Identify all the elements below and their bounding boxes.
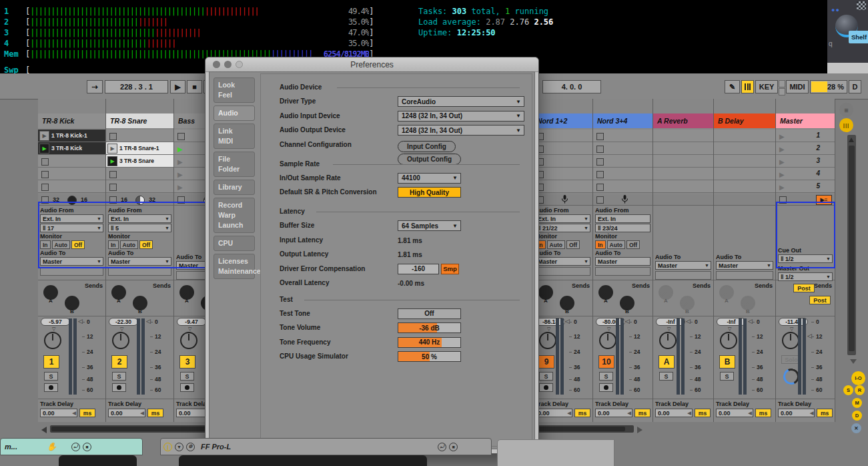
clip-1-tr-8-snare-1[interactable]: ▶1 TR-8 Snare-1	[106, 142, 173, 154]
hscroll-right-arrow[interactable]	[637, 427, 642, 433]
clip-slot[interactable]	[593, 142, 653, 155]
back-to-arrangement-button[interactable]: ▶≡	[816, 195, 832, 205]
pan-knob[interactable]	[599, 332, 616, 349]
clip-launch-button[interactable]: ▶	[39, 144, 49, 154]
field-test-tone[interactable]: Off	[398, 308, 461, 319]
clip-slot[interactable]	[653, 155, 713, 168]
track-header-nord-1-2[interactable]: Nord 1+2	[533, 113, 592, 128]
track-activator[interactable]: 9	[538, 355, 554, 369]
tab-record-warp-launch[interactable]: RecordWarpLaunch	[213, 198, 255, 233]
stop-button[interactable]	[779, 196, 787, 204]
arm-button[interactable]	[44, 383, 58, 392]
track-activator[interactable]: 1	[43, 355, 59, 369]
session-view-toggle[interactable]: |||	[839, 118, 853, 132]
play-button[interactable]: ▶	[170, 80, 185, 93]
volume-value[interactable]: -5.97	[41, 318, 70, 326]
clip-stop-button[interactable]	[596, 171, 604, 178]
monitor-off[interactable]: Off	[71, 240, 85, 249]
delay-unit-toggle[interactable]: ms	[574, 409, 590, 417]
track-delay-field[interactable]: 0.00◀	[535, 409, 572, 417]
pan-knob[interactable]	[659, 332, 677, 349]
arm-button[interactable]	[599, 383, 613, 392]
clip-stop-button[interactable]	[41, 171, 49, 178]
hot-swap-icon[interactable]: ⤾	[71, 443, 80, 451]
toggle-[interactable]: ✕	[851, 423, 861, 433]
track-activator[interactable]: 10	[598, 355, 614, 369]
clip-stop-button[interactable]	[596, 158, 604, 166]
scroll-up-arrow[interactable]	[849, 138, 854, 142]
clip-stop-button[interactable]	[109, 133, 117, 140]
pan-knob[interactable]	[180, 332, 197, 349]
solo-button[interactable]: S	[112, 372, 126, 381]
draw-mode-button[interactable]: ✎	[725, 80, 740, 93]
clip-slot[interactable]	[653, 142, 713, 155]
delay-unit-toggle[interactable]: ms	[147, 409, 163, 417]
cue-out-dropdown[interactable]: ‖ 1/2▼	[778, 254, 833, 263]
clip-slot[interactable]	[533, 180, 592, 193]
clip-launch-button[interactable]: ▶	[107, 156, 117, 166]
audio-to-dropdown[interactable]: Master▼	[535, 257, 590, 266]
scroll-down-arrow[interactable]	[850, 359, 857, 364]
input-channel-dropdown[interactable]: ‖ 21/22▼	[535, 224, 590, 232]
input-channel-dropdown[interactable]: ‖ 23/24	[595, 224, 650, 232]
audio-from-dropdown[interactable]: Ext. In▼	[535, 214, 590, 223]
track-delay-field[interactable]: 0.00◀	[778, 409, 815, 417]
clip-slot[interactable]	[106, 130, 173, 142]
solo-button[interactable]: S	[180, 372, 194, 381]
send-post-toggle[interactable]: Post	[793, 284, 815, 292]
input-channel-dropdown[interactable]: ‖ 5▼	[108, 224, 171, 232]
loop-length-display[interactable]: 4. 0. 0	[542, 80, 601, 93]
stop-button[interactable]	[177, 196, 185, 204]
clip-3-tr-8-snare[interactable]: ▶3 TR-8 Snare	[106, 155, 173, 167]
computer-midi-keyboard-button[interactable]	[741, 80, 754, 93]
clip-slot[interactable]: ▶1 TR-8 Snare-1	[106, 142, 173, 155]
track-delay-field[interactable]: 0.00◀	[595, 409, 632, 417]
clip-1-tr-8-kick-1[interactable]: ▶1 TR-8 Kick-1	[38, 130, 105, 142]
clip-slot[interactable]	[593, 180, 653, 193]
track-activator[interactable]: 2	[111, 355, 127, 369]
solo-button[interactable]: S	[720, 372, 734, 381]
audio-to-dropdown[interactable]: Master▼	[40, 257, 103, 266]
clip-slot[interactable]	[653, 168, 713, 180]
ffprol-titlebar[interactable]: | ▼ ⚙ FF Pro-L ⤾ ■	[160, 438, 492, 455]
monitor-in[interactable]: In	[40, 240, 51, 249]
toggle-m[interactable]: M	[852, 398, 862, 408]
key-map-button[interactable]: KEY	[755, 80, 778, 93]
delay-unit-toggle[interactable]: ms	[755, 409, 771, 417]
tab-library[interactable]: Library	[213, 180, 255, 195]
track-header-tr-8-kick[interactable]: TR-8 Kick	[38, 113, 105, 128]
arrangement-position-display[interactable]: 228 . 3 . 1	[105, 80, 168, 93]
track-header-nord-3-4[interactable]: Nord 3+4	[593, 113, 653, 128]
close-window-button[interactable]	[213, 61, 220, 68]
track-header-master[interactable]: Master	[776, 113, 835, 128]
save-preset-icon[interactable]: ■	[83, 443, 91, 451]
input-channel-dropdown[interactable]: ‖ 17▼	[40, 224, 103, 232]
clip-slot[interactable]	[653, 180, 713, 193]
clip-stop-button[interactable]	[41, 184, 49, 191]
follow-button[interactable]: ⇢	[87, 80, 103, 93]
fold-device-icon[interactable]: ▼	[175, 443, 183, 451]
hand-grab-icon[interactable]: ✋	[47, 442, 57, 451]
scene-slot[interactable]: ▶5	[776, 180, 835, 193]
hscroll-left-arrow[interactable]	[41, 427, 47, 433]
disk-overload-indicator[interactable]: D	[849, 80, 861, 93]
clip-slot[interactable]	[653, 130, 713, 142]
clip-stop-button[interactable]	[109, 184, 117, 191]
save-preset-icon[interactable]: ■	[449, 443, 458, 451]
monitor-in[interactable]: In	[595, 240, 606, 249]
tab-licenses-maintenance[interactable]: LicensesMaintenance	[213, 254, 255, 279]
clip-slot[interactable]	[38, 180, 105, 193]
monitor-off[interactable]: Off	[626, 240, 640, 249]
track-activator[interactable]: B	[719, 355, 735, 369]
clip-slot[interactable]	[714, 142, 775, 155]
clip-slot[interactable]	[714, 168, 775, 180]
toggle-io[interactable]: I-O	[851, 371, 865, 385]
pan-knob[interactable]	[539, 332, 556, 349]
clip-slot[interactable]: ▶1 TR-8 Kick-1	[38, 130, 105, 142]
delay-unit-toggle[interactable]: ms	[817, 409, 833, 417]
minimize-window-button[interactable]	[224, 61, 232, 68]
tab-file-folder[interactable]: FileFolder	[213, 152, 255, 177]
solo-button[interactable]: S	[659, 372, 673, 381]
button-input-config[interactable]: Input Config	[398, 141, 456, 152]
track-activator[interactable]: A	[659, 355, 675, 369]
